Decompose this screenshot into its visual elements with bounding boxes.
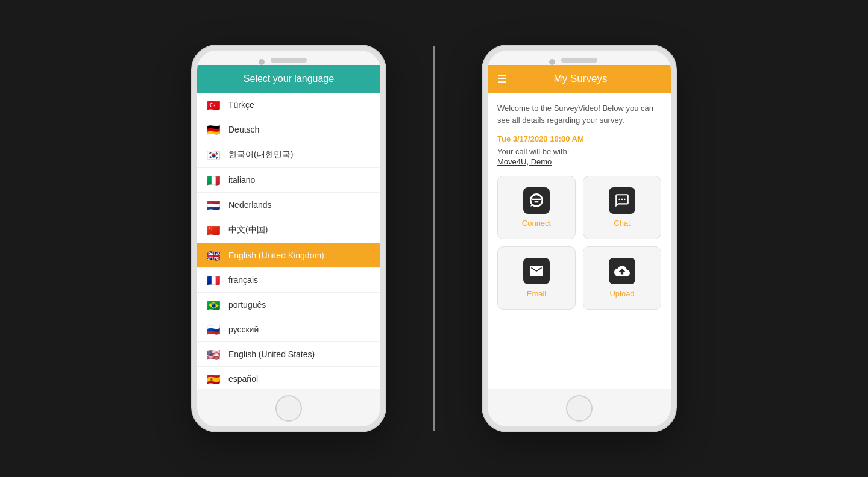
email-icon — [523, 258, 550, 284]
action-grid: Connect Chat — [497, 176, 661, 310]
language-name: Türkçe — [228, 100, 254, 110]
language-item[interactable]: 🇮🇹italiano — [197, 168, 380, 193]
flag-icon: 🇩🇪 — [207, 125, 221, 134]
language-item[interactable]: 🇬🇧English (United Kingdom) — [197, 243, 380, 268]
language-name: русский — [228, 325, 259, 334]
language-item[interactable]: 🇹🇷Türkçe — [197, 93, 380, 117]
survey-header: ☰ My Surveys — [488, 65, 671, 93]
connect-button[interactable]: Connect — [497, 176, 576, 239]
language-name: Nederlands — [228, 200, 272, 210]
language-name: português — [228, 300, 266, 310]
survey-page-title: My Surveys — [514, 73, 647, 85]
phone-speaker — [271, 58, 307, 63]
connect-icon — [523, 187, 550, 214]
language-item[interactable]: 🇧🇷português — [197, 293, 380, 317]
flag-icon: 🇳🇱 — [207, 200, 221, 210]
language-item[interactable]: 🇩🇪Deutsch — [197, 117, 380, 142]
phone-home-button[interactable] — [566, 395, 593, 422]
flag-icon: 🇺🇸 — [207, 349, 221, 359]
email-label: Email — [527, 289, 547, 298]
survey-body: Welcome to the SurveyVideo! Below you ca… — [488, 93, 671, 389]
flag-icon: 🇧🇷 — [207, 300, 221, 310]
email-button[interactable]: Email — [497, 246, 576, 310]
phone2-screen: ☰ My Surveys Welcome to the SurveyVideo!… — [488, 65, 671, 389]
language-name: English (United Kingdom) — [228, 251, 324, 260]
language-item[interactable]: 🇺🇸English (United States) — [197, 342, 380, 367]
phone-camera — [259, 59, 265, 65]
screen-divider — [433, 46, 435, 431]
upload-label: Upload — [609, 289, 634, 298]
chat-button[interactable]: Chat — [583, 176, 661, 239]
phones-container: Select your language 🇹🇷Türkçe🇩🇪Deutsch🇰🇷… — [192, 46, 676, 431]
language-name: 한국어(대한민국) — [228, 149, 293, 160]
phone1-screen: Select your language 🇹🇷Türkçe🇩🇪Deutsch🇰🇷… — [197, 65, 380, 389]
language-name: Deutsch — [228, 125, 259, 134]
language-header: Select your language — [197, 65, 380, 93]
phone-my-surveys: ☰ My Surveys Welcome to the SurveyVideo!… — [483, 46, 676, 431]
hamburger-icon[interactable]: ☰ — [497, 72, 507, 86]
call-with-label: Your call will be with: — [497, 147, 661, 156]
language-name: 中文(中国) — [228, 225, 268, 235]
flag-icon: 🇰🇷 — [207, 150, 221, 160]
language-item[interactable]: 🇷🇺русский — [197, 317, 380, 342]
flag-icon: 🇫🇷 — [207, 275, 221, 285]
phone-language-selector: Select your language 🇹🇷Türkçe🇩🇪Deutsch🇰🇷… — [192, 46, 385, 431]
phone-speaker — [561, 58, 597, 63]
language-name: français — [228, 275, 258, 285]
language-item[interactable]: 🇰🇷한국어(대한민국) — [197, 142, 380, 168]
connect-label: Connect — [522, 219, 551, 228]
upload-button[interactable]: Upload — [583, 246, 661, 310]
language-name: español — [228, 374, 258, 384]
survey-date: Tue 3/17/2020 10:00 AM — [497, 134, 661, 143]
welcome-text: Welcome to the SurveyVideo! Below you ca… — [497, 102, 661, 126]
phone-camera — [549, 59, 555, 65]
language-name: italiano — [228, 175, 255, 185]
flag-icon: 🇹🇷 — [207, 100, 221, 110]
flag-icon: 🇪🇸 — [207, 374, 221, 384]
upload-icon — [609, 258, 635, 284]
chat-icon — [609, 187, 635, 214]
language-item[interactable]: 🇪🇸español — [197, 367, 380, 389]
language-list: 🇹🇷Türkçe🇩🇪Deutsch🇰🇷한국어(대한민국)🇮🇹italiano🇳🇱… — [197, 93, 380, 389]
chat-label: Chat — [614, 219, 630, 228]
flag-icon: 🇷🇺 — [207, 325, 221, 334]
call-name: Move4U, Demo — [497, 157, 661, 166]
language-item[interactable]: 🇫🇷français — [197, 268, 380, 293]
flag-icon: 🇮🇹 — [207, 175, 221, 185]
language-item[interactable]: 🇳🇱Nederlands — [197, 193, 380, 217]
language-item[interactable]: 🇨🇳中文(中国) — [197, 217, 380, 243]
language-name: English (United States) — [228, 349, 315, 359]
flag-icon: 🇬🇧 — [207, 251, 221, 260]
flag-icon: 🇨🇳 — [207, 225, 221, 235]
phone-home-button[interactable] — [275, 395, 302, 422]
